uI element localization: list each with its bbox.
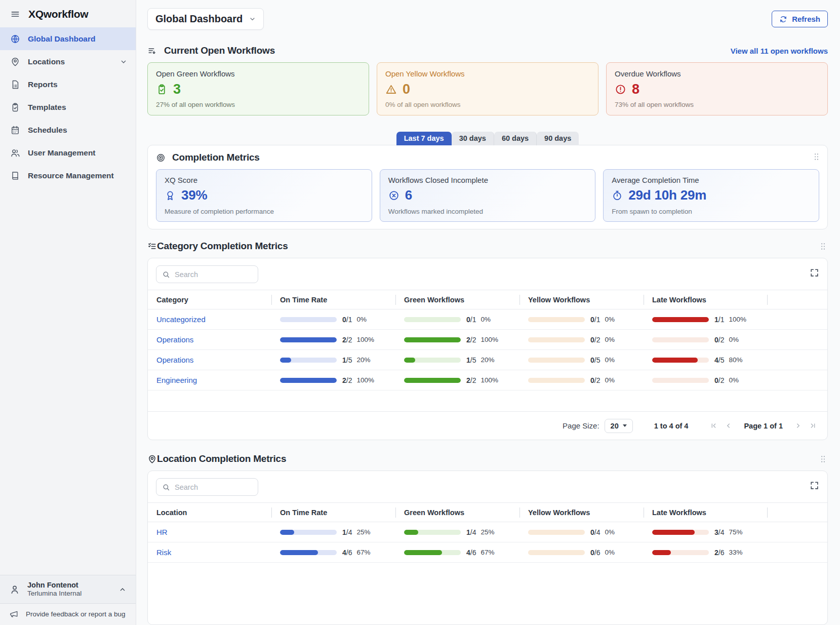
category-link[interactable]: Uncategorized: [156, 315, 206, 324]
chevron-down-icon: [119, 58, 128, 66]
fraction-value: 0/2: [590, 376, 600, 384]
fraction-value: 0/2: [590, 336, 600, 344]
sidebar-item-label: Templates: [28, 103, 66, 112]
category-pagination: Page Size: 20 1 to 4 of 4 Page 1 of 1: [148, 412, 827, 440]
category-link[interactable]: Engineering: [156, 376, 197, 384]
tab-30-days[interactable]: 30 days: [452, 132, 494, 145]
person-icon: [9, 584, 20, 595]
fraction-value: 1/5: [342, 356, 352, 364]
fraction-value: 3/4: [714, 528, 724, 536]
refresh-icon: [779, 15, 787, 23]
sidebar-item-global-dashboard[interactable]: Global Dashboard: [0, 27, 136, 50]
overdue-workflows-card: Overdue Workflows 8 73% of all open work…: [606, 62, 828, 115]
percent-value: 80%: [729, 356, 742, 364]
drag-handle-icon[interactable]: [818, 454, 828, 464]
users-icon: [10, 148, 20, 158]
category-metrics-panel: Category On Time Rate Green Workflows Ye…: [147, 258, 828, 440]
percent-value: 0%: [605, 336, 615, 343]
fraction-value: 2/2: [342, 376, 352, 384]
sidebar-item-label: Reports: [28, 80, 58, 89]
on_time-progress-bar: [280, 530, 337, 535]
percent-value: 25%: [481, 528, 494, 536]
fraction-value: 2/2: [466, 376, 476, 384]
sidebar: XQworkflow Global Dashboard Locations Re…: [0, 0, 136, 625]
main-content: Global Dashboard Refresh Current Open Wo…: [136, 0, 840, 625]
search-icon: [162, 270, 170, 279]
time-filter-tabs: Last 7 days 30 days 60 days 90 days: [147, 132, 828, 145]
yellow-workflows-count: 0: [403, 82, 410, 97]
list-sort-icon: [147, 46, 157, 56]
user-org: Terlumina Internal: [27, 590, 82, 598]
tab-60-days[interactable]: 60 days: [494, 132, 537, 145]
fraction-value: 0/6: [590, 549, 600, 557]
sidebar-item-resource-management[interactable]: Resource Management: [0, 164, 136, 187]
tab-90-days[interactable]: 90 days: [537, 132, 579, 145]
next-page-button[interactable]: [793, 420, 804, 431]
sidebar-item-reports[interactable]: Reports: [0, 73, 136, 96]
chevron-down-icon: [249, 15, 256, 23]
user-name: John Fontenot: [27, 580, 82, 590]
category-link[interactable]: Operations: [156, 356, 193, 364]
on_time-progress-bar: [280, 378, 337, 383]
location-link[interactable]: Risk: [156, 548, 171, 557]
location-search-input[interactable]: [175, 483, 252, 491]
fraction-value: 0/1: [466, 316, 476, 324]
fraction-value: 0/2: [714, 336, 724, 344]
location-metrics-panel: Location On Time Rate Green Workflows Ye…: [147, 471, 828, 625]
location-metrics-title: Location Completion Metrics: [157, 453, 286, 464]
expand-icon[interactable]: [810, 268, 819, 278]
alert-circle-icon: [615, 84, 626, 95]
search-icon: [162, 483, 170, 491]
green-progress-bar: [404, 378, 461, 383]
green-progress-bar: [404, 317, 461, 322]
view-all-workflows-link[interactable]: View all 11 open workflows: [731, 47, 828, 55]
sidebar-item-locations[interactable]: Locations: [0, 50, 136, 73]
percent-value: 25%: [356, 528, 370, 536]
percent-value: 0%: [605, 376, 615, 384]
percent-value: 100%: [481, 336, 498, 343]
xq-score-card: XQ Score 39% Measure of completion perfo…: [156, 169, 372, 222]
percent-value: 0%: [605, 356, 615, 364]
row-range: 1 to 4 of 4: [654, 422, 689, 430]
feedback-link[interactable]: Provide feedback or report a bug: [0, 603, 136, 625]
refresh-button[interactable]: Refresh: [772, 11, 828, 27]
tab-last-7-days[interactable]: Last 7 days: [396, 132, 452, 145]
alert-triangle-icon: [385, 84, 397, 95]
last-page-button[interactable]: [808, 420, 818, 431]
prev-page-button[interactable]: [723, 420, 734, 431]
avg-completion-time-card: Average Completion Time 29d 10h 29m From…: [603, 169, 819, 222]
fraction-value: 0/2: [714, 376, 724, 384]
fraction-value: 2/2: [342, 336, 352, 344]
avg-completion-time-value: 29d 10h 29m: [628, 187, 706, 203]
drag-handle-icon[interactable]: [812, 152, 821, 162]
sidebar-item-user-management[interactable]: User Management: [0, 141, 136, 164]
page-size-select[interactable]: 20: [605, 419, 633, 433]
table-header: Category On Time Rate Green Workflows Ye…: [148, 290, 827, 309]
category-link[interactable]: Operations: [156, 335, 193, 344]
location-link[interactable]: HR: [156, 528, 168, 536]
sidebar-item-schedules[interactable]: Schedules: [0, 119, 136, 141]
hamburger-menu-icon[interactable]: [10, 9, 20, 19]
green-workflows-count: 3: [173, 82, 181, 97]
fraction-value: 2/2: [466, 336, 476, 344]
drag-handle-icon[interactable]: [818, 242, 828, 251]
closed-incomplete-value: 6: [405, 187, 412, 203]
dashboard-title-dropdown[interactable]: Global Dashboard: [147, 8, 264, 30]
completion-metrics-panel: Completion Metrics XQ Score 39% Measure …: [147, 145, 828, 229]
sidebar-item-label: Global Dashboard: [28, 34, 96, 44]
percent-value: 67%: [481, 549, 494, 556]
fraction-value: 1/4: [466, 528, 476, 536]
completion-metrics-title: Completion Metrics: [172, 152, 260, 163]
stopwatch-icon: [612, 190, 623, 201]
late-progress-bar: [652, 378, 709, 383]
sidebar-item-templates[interactable]: Templates: [0, 96, 136, 119]
open-workflows-title: Current Open Workflows: [164, 45, 275, 56]
xq-score-value: 39%: [181, 187, 207, 203]
percent-value: 100%: [481, 376, 498, 384]
yellow-progress-bar: [528, 378, 585, 383]
expand-icon[interactable]: [810, 481, 819, 490]
user-profile[interactable]: John Fontenot Terlumina Internal: [0, 575, 136, 603]
category-search-input[interactable]: [175, 270, 252, 279]
first-page-button[interactable]: [708, 420, 719, 431]
megaphone-icon: [9, 609, 19, 619]
